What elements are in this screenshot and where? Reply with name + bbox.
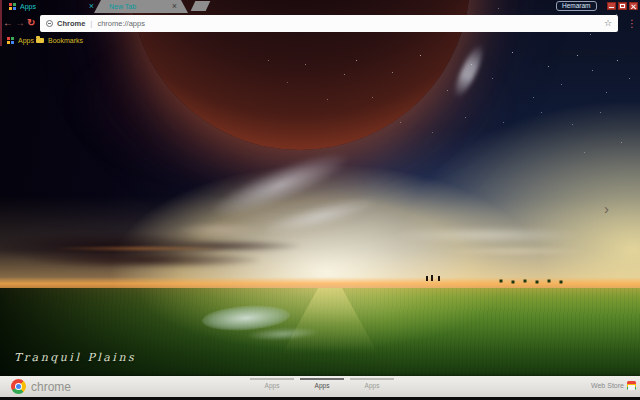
tab-label: New Tab: [109, 3, 136, 10]
url-text[interactable]: chrome://apps: [97, 19, 145, 28]
chrome-logo-icon[interactable]: [11, 379, 26, 394]
cloud-band-art: [440, 247, 590, 255]
close-window-button[interactable]: [629, 2, 638, 10]
tab-apps[interactable]: Apps ×: [4, 0, 94, 13]
bookmark-label: Bookmarks: [48, 37, 83, 44]
address-bar[interactable]: Chrome | chrome://apps ☆: [40, 15, 618, 32]
cloud-band-art: [392, 228, 582, 242]
maximize-button[interactable]: [618, 2, 627, 10]
browser-window: Tranquil Plains evatimray87@gmail.com › …: [0, 0, 640, 400]
web-store-icon[interactable]: [627, 381, 636, 390]
bookmark-label: Apps: [18, 37, 34, 44]
bookmark-item-apps[interactable]: Apps: [7, 34, 34, 46]
page-indicator-bar: [300, 378, 344, 380]
page-indicator-3[interactable]: Apps: [350, 378, 394, 389]
page-indicator-bar: [250, 378, 294, 380]
profile-button[interactable]: Hemaram: [556, 1, 597, 11]
dark-cloud-art: [30, 252, 260, 268]
page-indicator-label: Apps: [300, 382, 344, 389]
apps-grid-icon: [9, 3, 16, 10]
tab-label: Apps: [20, 3, 36, 10]
tab-close-icon[interactable]: ×: [172, 0, 177, 13]
reload-button[interactable]: ↻: [27, 16, 35, 30]
maximize-icon: [620, 4, 625, 8]
window-frame-edge: [0, 0, 2, 46]
cloud-sunlit-edge-art: [55, 246, 225, 251]
tab-new-tab[interactable]: New Tab ×: [94, 0, 188, 13]
theme-wallpaper: Tranquil Plains evatimray87@gmail.com ›: [0, 0, 640, 400]
back-button[interactable]: ←: [3, 16, 13, 30]
web-store-link[interactable]: Web Store: [591, 382, 624, 389]
close-icon: [631, 4, 636, 9]
next-page-chevron-icon[interactable]: ›: [604, 200, 609, 217]
page-indicator-label: Apps: [350, 382, 394, 389]
folder-icon: [36, 38, 44, 44]
apps-grid-icon: [7, 37, 14, 44]
page-indicator-label: Apps: [250, 382, 294, 389]
wallpaper-title: Tranquil Plains: [14, 351, 136, 364]
page-indicator-1[interactable]: Apps: [250, 378, 294, 389]
minimize-button[interactable]: [607, 2, 616, 10]
horizon-figure: [431, 275, 433, 281]
horizon-figure: [426, 276, 428, 281]
horizon-figure: [438, 276, 440, 281]
omnibox-divider: |: [90, 19, 92, 28]
minimize-icon: [609, 7, 614, 9]
page-indicator-bar: [350, 378, 394, 380]
page-indicator-2-active[interactable]: Apps: [300, 378, 344, 389]
site-label: Chrome: [57, 19, 85, 28]
browser-menu-icon[interactable]: ⋮: [627, 15, 637, 32]
chrome-brand-label: chrome: [31, 380, 71, 394]
watermark-email: evatimray87@gmail.com: [556, 49, 632, 56]
forward-button[interactable]: →: [15, 16, 25, 30]
bookmark-star-icon[interactable]: ☆: [604, 15, 612, 32]
site-favicon-icon: [46, 20, 53, 27]
bookmark-item-bookmarks[interactable]: Bookmarks: [36, 34, 83, 46]
tab-close-icon[interactable]: ×: [89, 0, 94, 13]
